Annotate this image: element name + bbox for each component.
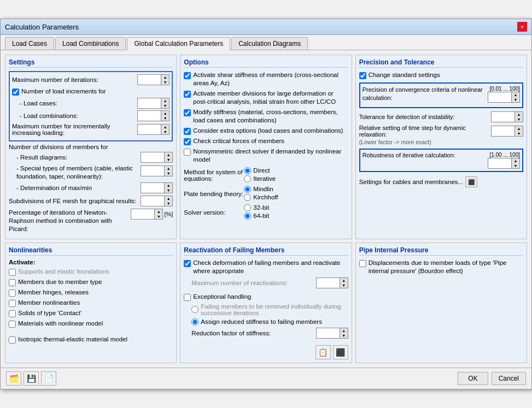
- nonlin-checkbox-5[interactable]: [9, 321, 16, 328]
- special-types-input[interactable]: 10: [141, 167, 164, 175]
- opt3-checkbox[interactable]: [184, 109, 191, 116]
- robustness-down[interactable]: ▼: [512, 163, 519, 168]
- nonlin-checkbox-3[interactable]: [9, 300, 16, 307]
- percentage-down[interactable]: ▼: [155, 214, 162, 219]
- reduction-spinbox[interactable]: 1000 ▲ ▼: [316, 328, 348, 339]
- max-reactivations-spinbox[interactable]: 3 ▲ ▼: [316, 277, 348, 288]
- dynamic-input[interactable]: 1.00: [492, 127, 515, 135]
- result-diagrams-spinbox[interactable]: 10 ▲ ▼: [141, 152, 173, 163]
- percentage-up[interactable]: ▲: [155, 209, 162, 214]
- opt6-checkbox[interactable]: [184, 149, 191, 156]
- plate-kirchhoff-radio[interactable]: [244, 194, 251, 201]
- max-min-up[interactable]: ▲: [165, 183, 172, 188]
- close-button[interactable]: ×: [517, 22, 527, 32]
- load-combinations-input[interactable]: 1: [138, 112, 161, 120]
- change-settings-checkbox[interactable]: [359, 72, 366, 79]
- max-reactivations-down[interactable]: ▼: [340, 283, 348, 288]
- opt5-checkbox[interactable]: [184, 138, 191, 145]
- load-combinations-spinbox[interactable]: 1 ▲ ▼: [137, 110, 169, 121]
- subdivisions-down[interactable]: ▼: [165, 201, 172, 206]
- tab-global-calculation-parameters[interactable]: Global Calculation Parameters: [127, 37, 230, 50]
- special-types-down[interactable]: ▼: [165, 171, 172, 176]
- exceptional-checkbox[interactable]: [184, 294, 191, 301]
- footer-icon-btn-3[interactable]: 📄: [41, 371, 56, 386]
- max-min-input[interactable]: 10: [141, 184, 164, 192]
- result-diagrams-up[interactable]: ▲: [165, 152, 172, 157]
- instability-spinbox[interactable]: 1.00 ▲ ▼: [491, 111, 523, 122]
- robustness-up[interactable]: ▲: [512, 158, 519, 163]
- instability-down[interactable]: ▼: [515, 117, 523, 122]
- reduction-down[interactable]: ▼: [340, 333, 348, 338]
- load-combinations-down[interactable]: ▼: [161, 116, 169, 121]
- footer-icon-btn-1[interactable]: 🗂️: [6, 371, 21, 386]
- load-cases-down[interactable]: ▼: [161, 103, 169, 108]
- max-iterations-up[interactable]: ▲: [161, 75, 169, 80]
- convergence-spinbox[interactable]: 1.00 ▲ ▼: [488, 92, 520, 103]
- ok-button[interactable]: OK: [458, 372, 488, 385]
- reactivation-icon-btn-1[interactable]: 📋: [315, 345, 331, 359]
- cancel-button[interactable]: Cancel: [492, 372, 526, 385]
- convergence-up[interactable]: ▲: [512, 92, 519, 97]
- subdivisions-input[interactable]: 3: [141, 197, 164, 205]
- tab-load-cases[interactable]: Load Cases: [5, 37, 54, 50]
- max-min-spinbox[interactable]: 10 ▲ ▼: [141, 182, 173, 193]
- max-iterations-down[interactable]: ▼: [161, 80, 169, 85]
- solver-32-radio[interactable]: [244, 204, 251, 211]
- opt1-checkbox[interactable]: [184, 72, 191, 79]
- load-cases-spinbox[interactable]: 1 ▲ ▼: [137, 98, 169, 109]
- nonlin-checkbox-1[interactable]: [9, 279, 16, 286]
- max-incremental-down[interactable]: ▼: [161, 129, 169, 134]
- subdivisions-spinbox[interactable]: 3 ▲ ▼: [141, 196, 173, 206]
- method-iterative-radio[interactable]: [244, 175, 251, 182]
- tab-calculation-diagrams[interactable]: Calculation Diagrams: [231, 37, 308, 50]
- tab-load-combinations[interactable]: Load Combinations: [55, 37, 126, 50]
- percentage-spinbox[interactable]: 5 ▲ ▼: [131, 209, 163, 220]
- dynamic-spinbox[interactable]: 1.00 ▲ ▼: [491, 126, 523, 137]
- precision-title: Precision and Tolerance: [359, 58, 523, 68]
- max-incremental-up[interactable]: ▲: [161, 125, 169, 129]
- subdivisions-up[interactable]: ▲: [165, 196, 172, 201]
- max-min-down[interactable]: ▼: [165, 188, 172, 193]
- robustness-spinbox[interactable]: 1.00 ▲ ▼: [488, 158, 520, 169]
- percentage-input[interactable]: 5: [131, 210, 154, 218]
- max-iterations-input[interactable]: 100: [138, 76, 161, 84]
- robustness-input[interactable]: 1.00: [488, 159, 511, 167]
- opt2-checkbox[interactable]: [184, 91, 191, 98]
- dynamic-down[interactable]: ▼: [515, 131, 523, 136]
- max-reactivations-input[interactable]: 3: [317, 279, 340, 287]
- reduction-up[interactable]: ▲: [340, 328, 348, 333]
- opt4-checkbox[interactable]: [184, 128, 191, 135]
- max-iterations-spinbox[interactable]: 100 ▲ ▼: [137, 74, 169, 85]
- cables-button[interactable]: ⬛: [465, 176, 477, 187]
- max-incremental-input[interactable]: 1000: [138, 126, 161, 133]
- convergence-input[interactable]: 1.00: [488, 93, 511, 101]
- reduction-input[interactable]: 1000: [317, 329, 340, 337]
- load-combinations-up[interactable]: ▲: [161, 111, 169, 116]
- solver-64-radio[interactable]: [244, 212, 251, 220]
- special-types-up[interactable]: ▲: [165, 166, 172, 171]
- load-cases-input[interactable]: 1: [138, 99, 161, 107]
- instability-input[interactable]: 1.00: [492, 113, 515, 121]
- nonlin-checkbox-4[interactable]: [9, 310, 16, 317]
- instability-up[interactable]: ▲: [515, 112, 523, 117]
- method-direct-radio[interactable]: [244, 167, 251, 174]
- result-diagrams-down[interactable]: ▼: [165, 157, 172, 162]
- max-incremental-spinbox[interactable]: 1000 ▲ ▼: [137, 124, 169, 135]
- pipe-displacements-checkbox[interactable]: [359, 260, 366, 267]
- check-deformation-checkbox[interactable]: [184, 260, 191, 267]
- assign-stiffness-radio[interactable]: [191, 318, 198, 326]
- result-diagrams-input[interactable]: 10: [141, 153, 164, 161]
- failing-remove-radio[interactable]: [191, 306, 198, 313]
- special-types-spinbox[interactable]: 10 ▲ ▼: [141, 165, 173, 176]
- dynamic-up[interactable]: ▲: [515, 126, 523, 131]
- footer-icon-btn-2[interactable]: 💾: [24, 371, 39, 386]
- convergence-down[interactable]: ▼: [512, 97, 519, 102]
- load-cases-up[interactable]: ▲: [161, 98, 169, 103]
- nonlin-checkbox-6[interactable]: [9, 336, 16, 344]
- max-reactivations-up[interactable]: ▲: [340, 278, 348, 283]
- nonlin-checkbox-0[interactable]: [9, 269, 16, 276]
- nonlin-checkbox-2[interactable]: [9, 289, 16, 297]
- plate-mindlin-radio[interactable]: [244, 186, 251, 193]
- load-increments-checkbox[interactable]: [12, 88, 19, 96]
- reactivation-icon-btn-2[interactable]: ⬛: [333, 345, 348, 359]
